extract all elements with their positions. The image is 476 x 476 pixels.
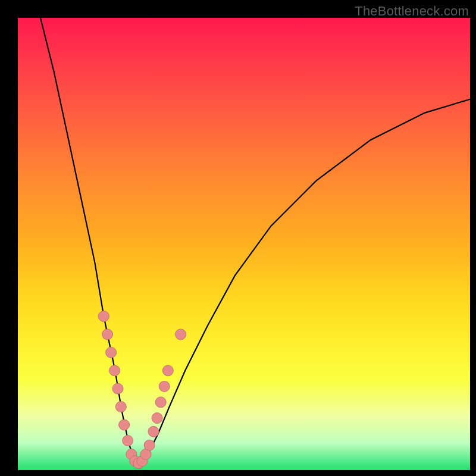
- data-marker: [112, 383, 123, 394]
- data-marker: [155, 397, 166, 408]
- data-marker: [123, 436, 133, 446]
- data-marker: [144, 440, 155, 450]
- watermark-text: TheBottleneck.com: [355, 4, 469, 19]
- data-marker: [148, 426, 159, 437]
- chart-frame: TheBottleneck.com: [0, 0, 476, 476]
- data-marker: [115, 402, 126, 412]
- plot-area: [18, 18, 470, 470]
- data-marker: [162, 365, 173, 376]
- data-marker: [119, 419, 130, 430]
- data-marker: [152, 413, 162, 424]
- data-marker: [159, 381, 170, 392]
- chart-svg: [18, 18, 470, 470]
- data-marker: [106, 347, 117, 358]
- data-marker: [102, 329, 113, 340]
- data-marker: [109, 365, 120, 376]
- data-marker: [98, 311, 109, 322]
- marker-group: [98, 311, 186, 469]
- data-marker: [176, 329, 186, 340]
- bottleneck-curve: [40, 18, 470, 464]
